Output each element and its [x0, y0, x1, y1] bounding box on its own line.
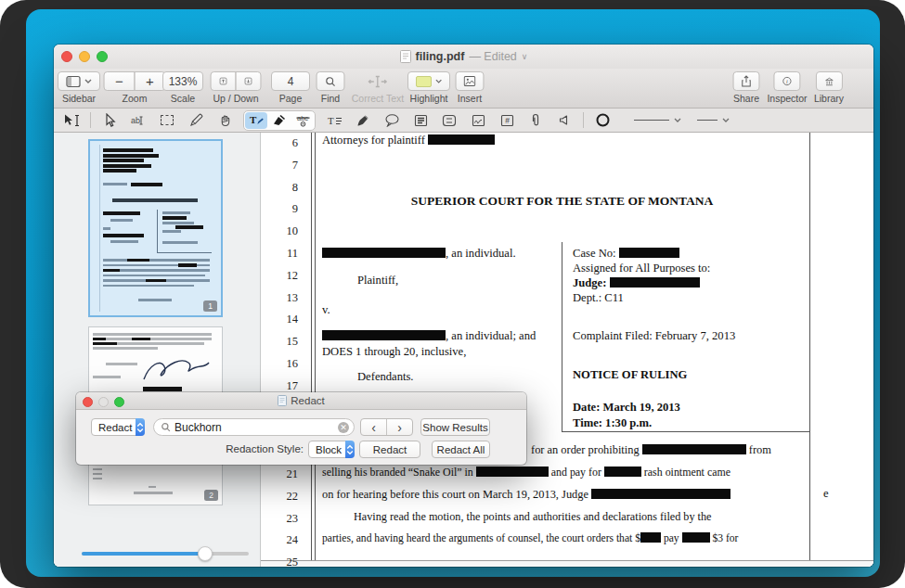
hand-tool[interactable]	[214, 111, 235, 130]
pointer-tool[interactable]	[99, 111, 120, 130]
document-line: , an individual; and	[322, 328, 536, 343]
document-text: Judge:	[573, 276, 610, 289]
text-selection-tool[interactable]: ab	[128, 111, 149, 130]
page-number-field[interactable]: 4	[271, 71, 310, 91]
page-number-badge: 2	[204, 490, 218, 501]
proxy-chevron-icon[interactable]: ∨	[522, 52, 528, 61]
window-title: filing.pdf — Edited ∨	[54, 45, 873, 69]
note-tool[interactable]	[410, 111, 431, 130]
line-number: 22	[261, 490, 298, 504]
document-line: selling his branded “Snake Oil” in and p…	[322, 465, 730, 479]
ellipse-tool[interactable]	[592, 111, 613, 130]
document-text: for an order prohibiting	[531, 443, 642, 456]
select-text-tool[interactable]	[61, 111, 82, 130]
zoom-out-button[interactable]: −	[104, 71, 136, 91]
text-box-tool[interactable]: T	[324, 111, 344, 130]
redact-search-field[interactable]: Buckhorn ✕	[153, 418, 355, 436]
highlight-label: Highlight	[410, 93, 448, 104]
previous-result-button[interactable]: ‹	[361, 419, 387, 435]
signature-tool[interactable]	[468, 111, 488, 130]
highlighter-tool[interactable]	[353, 111, 373, 130]
main-toolbar: Sidebar − + Zoom 133% Scale	[54, 69, 873, 109]
insert-button[interactable]	[456, 71, 485, 91]
redaction-bar	[610, 277, 700, 288]
pencil-tool[interactable]	[186, 111, 206, 130]
page-up-icon	[219, 74, 228, 88]
sound-tool[interactable]	[554, 111, 575, 130]
scale-label: Scale	[171, 93, 195, 104]
share-button[interactable]	[733, 71, 760, 91]
redact-mode-dropdown[interactable]: Redact	[91, 418, 145, 436]
thumbnail-sidebar: 1	[54, 133, 261, 567]
redaction-bar	[642, 444, 746, 454]
document-line: parties, and having heard the arguments …	[322, 531, 738, 546]
redact-dialog-titlebar: Redact	[76, 392, 526, 410]
toolbar-divider	[583, 112, 584, 128]
page-number-badge: 1	[203, 300, 217, 312]
inspector-button[interactable]: i	[773, 71, 800, 91]
library-button[interactable]	[815, 71, 842, 91]
edit-text-tool[interactable]: T	[245, 112, 267, 129]
document-text: Complaint Filed: February 7, 2013	[573, 329, 735, 342]
document-line: on for hearing before this court on Marc…	[322, 487, 730, 502]
zoom-label: Zoom	[123, 93, 148, 104]
screenshot-frame: filing.pdf — Edited ∨ Sidebar − + Zoom	[0, 0, 905, 588]
library-label: Library	[814, 93, 844, 104]
redaction-bar	[322, 248, 446, 258]
clear-search-icon[interactable]: ✕	[338, 422, 349, 433]
comment-tool[interactable]	[381, 111, 402, 130]
document-line: e	[823, 486, 829, 501]
library-icon	[823, 75, 834, 88]
document-line: Case No:	[573, 246, 679, 261]
page-label: Page	[279, 93, 303, 104]
line-number: 14	[261, 313, 298, 326]
page-up-button[interactable]	[211, 71, 237, 91]
thumbnail-size-slider[interactable]	[82, 546, 249, 561]
window-title-suffix: — Edited	[469, 50, 516, 63]
document-line: Dept.: C11	[573, 290, 624, 305]
form-field-tool[interactable]	[439, 111, 459, 130]
line-style-long[interactable]	[634, 118, 681, 123]
find-button[interactable]	[317, 71, 345, 91]
document-text: $3 for	[710, 532, 739, 544]
line-style-short[interactable]	[697, 118, 730, 123]
result-navigation: ‹ ›	[360, 418, 413, 436]
sidebar-button[interactable]	[58, 71, 100, 91]
caption-divider	[562, 242, 562, 431]
page-down-button[interactable]	[236, 71, 262, 91]
slider-knob[interactable]	[198, 546, 213, 561]
document-text: SUPERIOR COURT FOR THE STATE OF MONTANA	[411, 194, 714, 208]
caption-bottom-rule	[562, 431, 809, 432]
scale-button[interactable]: 133%	[162, 71, 203, 91]
redact-button[interactable]: Redact	[359, 441, 420, 458]
document-text: Dept.: C11	[573, 291, 624, 304]
chevron-down-icon	[435, 79, 442, 84]
redaction-bar	[640, 532, 661, 543]
line-number: 15	[261, 335, 298, 349]
next-result-button[interactable]: ›	[387, 419, 412, 435]
dialog-minimize-button[interactable]	[98, 397, 109, 407]
dropdown-stepper-icon	[136, 418, 145, 436]
line-number: 21	[261, 467, 298, 481]
line-number: 10	[261, 224, 298, 238]
highlight-button[interactable]	[407, 71, 450, 91]
search-input-value[interactable]: Buckhorn	[175, 421, 334, 434]
zoom-in-button[interactable]: +	[135, 71, 166, 91]
attachment-tool[interactable]	[525, 111, 546, 130]
redact-text-tool[interactable]: abc	[291, 112, 314, 129]
sidebar-icon	[66, 75, 81, 88]
redaction-style-dropdown[interactable]: Block	[308, 441, 353, 458]
redact-all-button[interactable]: Redact All	[432, 441, 490, 458]
document-line: Attorneys for plaintiff	[322, 133, 495, 147]
chevron-down-icon	[84, 79, 92, 84]
pleading-rule-right	[809, 133, 810, 560]
dialog-close-button[interactable]	[83, 397, 93, 407]
share-label: Share	[733, 93, 759, 104]
show-results-button[interactable]: Show Results	[420, 418, 490, 436]
page-thumbnail-selected[interactable]: 1	[88, 139, 223, 317]
dialog-zoom-button[interactable]	[114, 397, 124, 407]
stamp-tool[interactable]: #	[497, 111, 517, 130]
marquee-tool[interactable]	[157, 111, 177, 130]
content-area: 1	[54, 133, 873, 567]
redact-marker-tool[interactable]	[268, 112, 291, 129]
